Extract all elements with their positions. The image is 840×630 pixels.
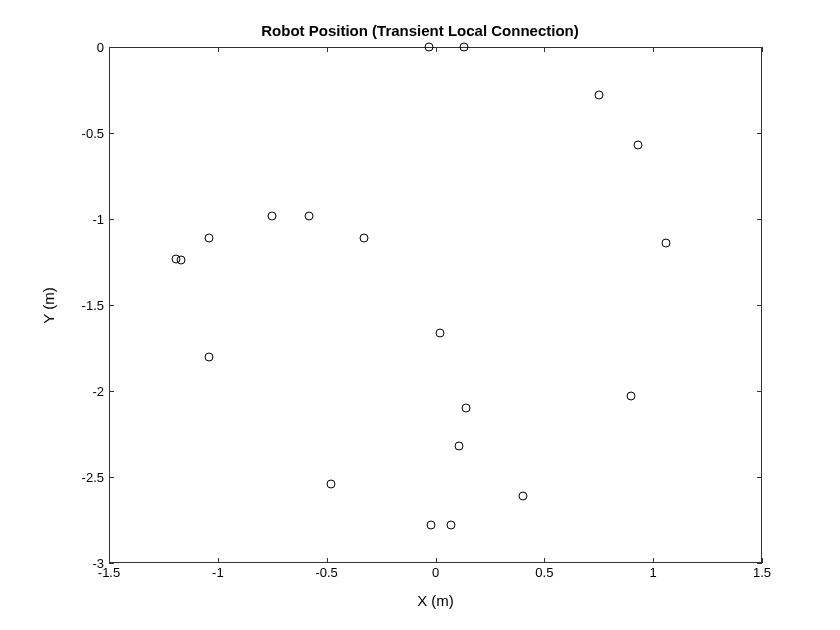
data-point bbox=[305, 211, 314, 220]
data-point bbox=[633, 141, 642, 150]
y-tick-label: -3 bbox=[92, 556, 104, 571]
data-point bbox=[359, 233, 368, 242]
data-point bbox=[518, 491, 527, 500]
x-tick-label: 1.5 bbox=[753, 565, 771, 580]
data-point bbox=[424, 43, 433, 52]
chart-area bbox=[109, 47, 762, 563]
data-point bbox=[459, 43, 468, 52]
data-point bbox=[627, 392, 636, 401]
y-tick-label: -2 bbox=[92, 384, 104, 399]
y-tick-label: -2.5 bbox=[82, 470, 104, 485]
data-point bbox=[176, 256, 185, 265]
data-point bbox=[435, 328, 444, 337]
y-tick-label: -0.5 bbox=[82, 126, 104, 141]
data-point bbox=[455, 442, 464, 451]
x-tick-label: -0.5 bbox=[315, 565, 337, 580]
x-tick-label: 0.5 bbox=[535, 565, 553, 580]
data-point bbox=[327, 479, 336, 488]
data-point bbox=[594, 91, 603, 100]
data-point bbox=[446, 521, 455, 530]
y-tick-label: -1 bbox=[92, 212, 104, 227]
data-point bbox=[461, 404, 470, 413]
x-tick-label: 0 bbox=[432, 565, 439, 580]
x-tick-label: 1 bbox=[650, 565, 657, 580]
chart-title: Robot Position (Transient Local Connecti… bbox=[0, 22, 840, 39]
x-axis-label: X (m) bbox=[109, 592, 762, 609]
y-tick-label: -1.5 bbox=[82, 298, 104, 313]
y-tick-label: 0 bbox=[97, 40, 104, 55]
data-point bbox=[205, 352, 214, 361]
data-point bbox=[205, 233, 214, 242]
data-point bbox=[268, 211, 277, 220]
data-point bbox=[662, 239, 671, 248]
data-point bbox=[427, 521, 436, 530]
y-axis-label: Y (m) bbox=[38, 47, 58, 563]
x-tick-label: -1 bbox=[212, 565, 224, 580]
